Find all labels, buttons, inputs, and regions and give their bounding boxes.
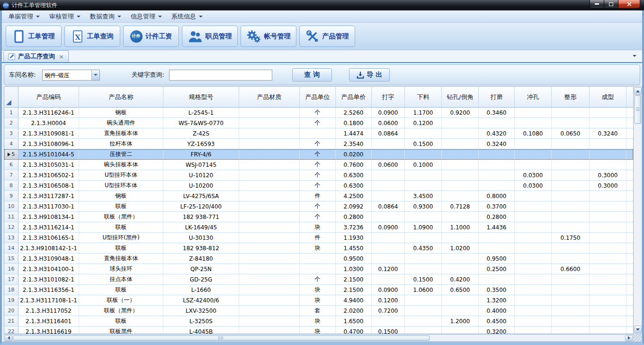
row-number[interactable]: 19 bbox=[4, 295, 18, 305]
scroll-up-button[interactable] bbox=[634, 87, 642, 95]
menu-item-1[interactable]: 单据管理 bbox=[4, 10, 45, 23]
row-number[interactable]: 1 bbox=[4, 108, 18, 118]
cell-grinding bbox=[479, 170, 515, 180]
table-row[interactable]: 112.1.3.H9108134-1联板（黑件）182 938-771个0.28… bbox=[4, 212, 633, 222]
cell-shaping bbox=[552, 274, 590, 284]
menu-item-3[interactable]: 数据查询 bbox=[85, 10, 126, 23]
row-number[interactable]: 17 bbox=[4, 274, 18, 284]
select-all-corner[interactable] bbox=[4, 87, 18, 107]
staff-mgmt-button[interactable]: 职员管理 bbox=[182, 26, 238, 47]
maximize-button[interactable] bbox=[604, 0, 618, 8]
cell-drilling-chamfer: 0.6500 bbox=[442, 285, 479, 295]
row-number[interactable]: 2 bbox=[4, 118, 18, 128]
table-row[interactable]: 12.1.3.H3116246-1钢板L-2545-1个2.52600.0900… bbox=[4, 108, 633, 118]
column-header-code[interactable]: 产品编码 bbox=[18, 87, 79, 107]
workshop-select[interactable]: 钢件-锻压 bbox=[42, 70, 100, 81]
horizontal-scroll-thumb[interactable] bbox=[13, 336, 429, 341]
table-row[interactable]: 162.1.3.H3104100-1球头挂环QP-25N1.03000.1200… bbox=[4, 264, 633, 274]
workshop-dropdown-button[interactable] bbox=[91, 70, 99, 80]
row-number[interactable]: 22 bbox=[4, 327, 18, 334]
keyword-input[interactable] bbox=[169, 70, 272, 81]
column-header-forming[interactable]: 成型 bbox=[590, 87, 626, 107]
row-number[interactable]: 7 bbox=[4, 170, 18, 180]
cell-price: 0.2800 bbox=[336, 212, 372, 222]
column-header-lettering[interactable]: 打字 bbox=[372, 87, 405, 107]
column-header-shaping[interactable]: 整形 bbox=[552, 87, 590, 107]
table-row[interactable]: 32.1.3.H3109081-1直角挂板本体Z-42S1.44740.0864… bbox=[4, 128, 633, 139]
table-row[interactable]: 82.1.3.H3106508-1U型挂环本体U-10200个0.63000.0… bbox=[4, 181, 633, 191]
table-row[interactable]: 72.1.3.H3106502-1U型挂环本体U-10120个0.63000.0… bbox=[4, 170, 633, 181]
table-row[interactable]: 152.1.3.H3109048-1直角挂板本体Z-841800.95000.9… bbox=[4, 254, 633, 264]
table-row[interactable]: 172.1.3.H3101082-1挂点本体GD-25G个2.15000.150… bbox=[4, 274, 633, 285]
tab-close-icon[interactable]: × bbox=[59, 53, 64, 60]
table-row[interactable]: 22.1.3.H0004碗头通用件WS-7&WS-0770个0.18000.06… bbox=[4, 118, 633, 128]
vertical-scrollbar[interactable] bbox=[634, 86, 642, 334]
row-number[interactable]: 18 bbox=[4, 285, 18, 295]
table-row[interactable]: 212.1.3.H3116401联板L-3250S块1.65001.20000.… bbox=[4, 316, 633, 327]
cell-shaping bbox=[552, 327, 590, 334]
work-order-query-button[interactable]: X工单查询 bbox=[64, 26, 120, 47]
row-number-label: 8 bbox=[9, 182, 13, 189]
table-row[interactable]: 92.1.3.H3117287-1钢板LV-4275/6SA件4.25003.4… bbox=[4, 191, 633, 201]
column-header-spec[interactable]: 规格型号 bbox=[163, 87, 239, 107]
table-row[interactable]: 142.1.3.H9108142-1-1联板182 938-812块1.4550… bbox=[4, 243, 633, 254]
column-header-punching[interactable]: 冲孔 bbox=[515, 87, 552, 107]
row-number[interactable]: 14 bbox=[4, 243, 18, 253]
row-number[interactable]: 21 bbox=[4, 316, 18, 326]
work-order-mgmt-button[interactable]: 工单管理 bbox=[6, 26, 62, 47]
row-number[interactable]: 3 bbox=[4, 128, 18, 138]
row-number[interactable]: 5 bbox=[4, 149, 18, 159]
query-button[interactable]: 查 询 bbox=[292, 68, 332, 82]
column-header-cutting[interactable]: 下料 bbox=[405, 87, 442, 107]
table-row[interactable]: 102.1.3.H3117030-1联板LF-25-120/400个2.0992… bbox=[4, 201, 633, 212]
cell-cutting: 0.9300 bbox=[405, 201, 442, 211]
tab-product-process-query[interactable]: 产品工序查询 × bbox=[3, 50, 69, 62]
tab-list-dropdown-icon[interactable] bbox=[633, 55, 636, 57]
row-number[interactable]: 6 bbox=[4, 160, 18, 170]
cell-filler bbox=[626, 306, 633, 316]
cell-forming bbox=[590, 201, 626, 211]
menu-item-4[interactable]: 信息管理 bbox=[126, 10, 167, 23]
row-number[interactable]: 20 bbox=[4, 306, 18, 316]
table-row[interactable]: 222.1.3.H3116619联板黑件L-4045B块0.47000.1500… bbox=[4, 327, 633, 334]
account-mgmt-button[interactable]: 帐号管理 bbox=[241, 26, 296, 47]
column-header-grinding[interactable]: 打磨 bbox=[479, 87, 515, 107]
row-number[interactable]: 16 bbox=[4, 264, 18, 274]
table-row[interactable]: 182.1.3.H3116356-1联板L-1660块2.15000.09001… bbox=[4, 285, 633, 295]
menu-item-5[interactable]: 系统信息 bbox=[167, 10, 207, 23]
table-row[interactable]: 202.1.3.H3117052联板（黑件）LXV-32500套2.02000.… bbox=[4, 306, 633, 316]
row-number[interactable]: 10 bbox=[4, 201, 18, 211]
scroll-right-button[interactable] bbox=[625, 335, 633, 341]
table-row[interactable]: 62.1.3.H3105031-1碗头挂板本体WSJ-07145个0.76000… bbox=[4, 160, 633, 170]
chevron-down-icon bbox=[158, 16, 162, 18]
table-row[interactable]: 122.1.3.H3116214-1联板LK-1649/45块3.72360.0… bbox=[4, 222, 633, 233]
row-number[interactable]: 11 bbox=[4, 212, 18, 222]
row-number[interactable]: 13 bbox=[4, 233, 18, 243]
close-button[interactable] bbox=[618, 0, 640, 8]
cell-punching bbox=[515, 295, 552, 305]
row-number[interactable]: 9 bbox=[4, 191, 18, 201]
table-row[interactable]: 42.1.3.H3108096-1拉杆本体YZ-16593个2.35400.15… bbox=[4, 139, 633, 149]
table-row[interactable]: 132.1.3.H3106165-1U型挂环(黑件)U-30130件1.1930… bbox=[4, 233, 633, 243]
vertical-scroll-thumb[interactable] bbox=[635, 95, 641, 124]
column-header-drilling-chamfer[interactable]: 钻孔/倒角 bbox=[442, 87, 479, 107]
table-row[interactable]: 192.1.3.H3117108-1-1联板（一）LSZ-42400/6块4.9… bbox=[4, 295, 633, 306]
table-row[interactable]: 52.1.5.H5101044-5压接管二FRY-4/6个0.0200 bbox=[4, 149, 633, 160]
scroll-down-button[interactable] bbox=[634, 326, 642, 333]
minimize-button[interactable] bbox=[590, 0, 604, 8]
column-header-name[interactable]: 产品名称 bbox=[79, 87, 163, 107]
export-button[interactable]: 导 出 bbox=[349, 68, 390, 82]
row-number[interactable]: 4 bbox=[4, 139, 18, 149]
cell-forming: 0.3000 bbox=[590, 181, 626, 191]
column-header-unit[interactable]: 产品单位 bbox=[300, 87, 336, 107]
column-header-price[interactable]: 产品单价 bbox=[336, 87, 372, 107]
piecework-wage-button[interactable]: 计件计件工资 bbox=[123, 26, 179, 47]
horizontal-scrollbar[interactable] bbox=[4, 334, 634, 342]
scroll-left-button[interactable] bbox=[5, 335, 12, 341]
row-number[interactable]: 8 bbox=[4, 181, 18, 191]
row-number[interactable]: 12 bbox=[4, 222, 18, 232]
column-header-material[interactable]: 产品材质 bbox=[239, 87, 300, 107]
row-number[interactable]: 15 bbox=[4, 254, 18, 263]
menu-item-2[interactable]: 审核管理 bbox=[45, 10, 85, 23]
product-mgmt-button[interactable]: 产品管理 bbox=[299, 26, 355, 47]
